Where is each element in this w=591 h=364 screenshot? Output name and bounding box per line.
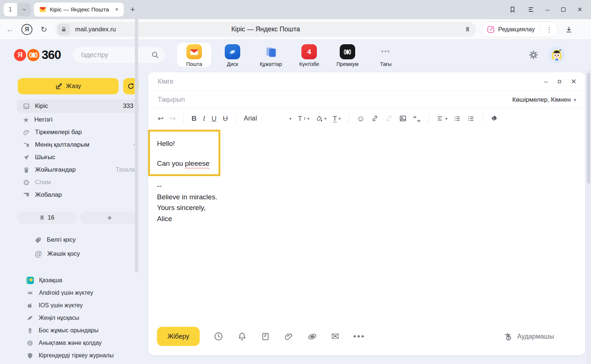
- template-note-icon[interactable]: [261, 332, 270, 341]
- align-select[interactable]: ▾: [437, 115, 447, 122]
- folder-trash[interactable]: Жойылғандар Тазалау: [7, 164, 144, 176]
- dot-pill[interactable]: [80, 211, 139, 224]
- add-mailbox-item[interactable]: @ Жәшік қосу: [7, 247, 144, 261]
- link-vacancies[interactable]: Бос жұмыс орындары: [7, 324, 144, 337]
- yandex360-logo[interactable]: Я 360: [14, 48, 61, 62]
- window-minimize-button[interactable]: –: [546, 6, 549, 14]
- to-field[interactable]: Кімге: [158, 78, 174, 85]
- text-color-select[interactable]: T ▾: [333, 115, 341, 123]
- numbered-list-icon[interactable]: [467, 115, 475, 122]
- yandex-browser-icon[interactable]: Я: [21, 24, 32, 35]
- link-recommendation-rules[interactable]: Ұсынымдар ережелері: [7, 362, 144, 364]
- more-actions-icon[interactable]: •••: [353, 332, 365, 341]
- insert-image-icon[interactable]: [399, 115, 407, 122]
- attach-from-disk-icon[interactable]: [307, 332, 317, 342]
- mail-app-icon: [186, 44, 202, 59]
- user-avatar[interactable]: [548, 46, 565, 63]
- tab-counter-button[interactable]: 1: [4, 3, 17, 16]
- content-scrollbar-thumb[interactable]: [135, 7, 138, 273]
- bold-button[interactable]: B: [192, 115, 197, 123]
- app-mail[interactable]: Пошта: [177, 43, 211, 67]
- compose-close-button[interactable]: ×: [571, 76, 576, 87]
- highlight-color-select[interactable]: ▾: [316, 115, 326, 122]
- translator-button[interactable]: Аудармашы: [503, 332, 555, 341]
- folder-priority[interactable]: ★ Негізгі: [7, 113, 144, 126]
- font-family-select[interactable]: Arial ▾: [244, 115, 291, 122]
- folder-attachments[interactable]: Тіркемелері бар: [7, 126, 144, 139]
- compose-button[interactable]: Жазу: [18, 78, 119, 94]
- undo-icon[interactable]: ↩: [158, 114, 164, 123]
- folder-inbox[interactable]: Кіріс 333: [17, 99, 139, 113]
- font-size-select[interactable]: Tт ▾: [298, 115, 310, 123]
- italic-button[interactable]: I: [203, 115, 205, 123]
- yandex360-header: Я 360 Іздестіру Пошта Диск: [0, 40, 591, 70]
- page-scrollbar[interactable]: [586, 70, 591, 364]
- link-login-journal[interactable]: Кіргендерді тіркеу журналы: [7, 349, 144, 362]
- window-maximize-button[interactable]: [560, 7, 566, 13]
- quote-button[interactable]: “„: [413, 115, 421, 123]
- folder-spam[interactable]: Спам: [7, 176, 144, 189]
- bullet-list-icon[interactable]: [454, 115, 461, 122]
- reload-button[interactable]: ↻: [38, 25, 50, 34]
- compose-pencil-icon: [55, 83, 62, 90]
- search-field[interactable]: Іздестіру: [73, 46, 165, 63]
- message-body[interactable]: Hello! Can you pleeese -- Believe in mir…: [148, 128, 585, 321]
- folder-projects[interactable]: Жобалар: [7, 189, 144, 201]
- bookmarks-pill[interactable]: 16: [17, 211, 76, 224]
- schedule-send-icon[interactable]: [214, 332, 223, 341]
- strikethrough-button[interactable]: U: [223, 115, 228, 123]
- bookmark-icon[interactable]: [464, 26, 471, 33]
- compose-minimize-button[interactable]: –: [544, 78, 548, 85]
- empty-trash-link[interactable]: Тазалау: [116, 167, 138, 173]
- underline-button[interactable]: U: [211, 115, 217, 123]
- calendar-date-badge: 4: [307, 48, 311, 56]
- subject-field[interactable]: Тақырып: [158, 96, 185, 104]
- app-more[interactable]: ••• Тағы: [369, 43, 403, 67]
- tab-close-icon[interactable]: ×: [113, 6, 120, 13]
- url-text[interactable]: mail.yandex.ru: [75, 26, 116, 33]
- add-label-item[interactable]: Белгі қосу: [7, 233, 144, 247]
- edit-options-icon[interactable]: ⋮: [543, 25, 556, 34]
- address-bar-page-title: Кіріс — Яндекс Пошта: [55, 25, 476, 33]
- page-scrollbar-thumb[interactable]: [587, 73, 590, 183]
- address-bar[interactable]: mail.yandex.ru Кіріс — Яндекс Пошта: [55, 22, 476, 37]
- app-mail-label: Пошта: [186, 61, 202, 67]
- send-button[interactable]: Жіберу: [157, 327, 200, 346]
- docs-app-icon: [263, 44, 279, 59]
- signature-separator: --: [157, 181, 217, 192]
- edit-mode-button[interactable]: Редакциялау ⋮: [482, 22, 558, 37]
- reminder-bell-icon[interactable]: [237, 332, 247, 341]
- link-ios[interactable]: IOS үшін жүктеу: [7, 299, 144, 312]
- app-premium[interactable]: Премиум: [331, 43, 364, 67]
- compose-popout-button[interactable]: [557, 80, 562, 84]
- app-docs[interactable]: Құжаттар: [254, 43, 288, 67]
- attach-from-mail-icon[interactable]: ✉: [331, 331, 339, 342]
- redo-icon[interactable]: ↪: [170, 114, 176, 123]
- folder-trash-label: Жойылғандар: [35, 166, 76, 174]
- cc-from-toggle[interactable]: Көшірмелер, Кімнен ▾: [512, 96, 576, 104]
- folder-my-folders[interactable]: Менің қалталарым +: [7, 139, 144, 151]
- link-light-version[interactable]: Жеңіл нұсқасы: [7, 312, 144, 324]
- app-calendar[interactable]: 4 Күнтізбе: [292, 43, 326, 67]
- tab-panels-icon[interactable]: [509, 6, 516, 13]
- emoji-button[interactable]: ☺: [357, 114, 365, 123]
- link-help[interactable]: Анықтама және қолдау: [7, 337, 144, 349]
- folder-sent[interactable]: Шығыс: [7, 151, 144, 164]
- link-android[interactable]: Android үшін жүктеу: [7, 287, 144, 299]
- link-language[interactable]: Қазақша: [7, 274, 144, 287]
- browser-menu-icon[interactable]: [527, 6, 535, 13]
- inbox-icon: [23, 103, 30, 110]
- downloads-icon[interactable]: [565, 25, 573, 34]
- remove-link-icon[interactable]: [385, 115, 393, 122]
- attach-file-icon[interactable]: [284, 332, 293, 341]
- back-button[interactable]: ←: [4, 25, 16, 34]
- app-disk[interactable]: Диск: [216, 43, 249, 67]
- browser-tab[interactable]: Кіріс — Яндекс Пошта ×: [34, 3, 124, 17]
- ssl-lock-chip[interactable]: [57, 24, 70, 35]
- eraser-icon[interactable]: [490, 115, 498, 122]
- formatting-toolbar: ↩ ↪ B I U U Arial ▾ Tт ▾ ▾ T ▾: [148, 108, 585, 128]
- window-close-button[interactable]: ×: [577, 5, 582, 14]
- tab-list-chevron-button[interactable]: [18, 3, 31, 16]
- settings-gear-icon[interactable]: [528, 50, 539, 60]
- insert-link-icon[interactable]: [371, 115, 379, 122]
